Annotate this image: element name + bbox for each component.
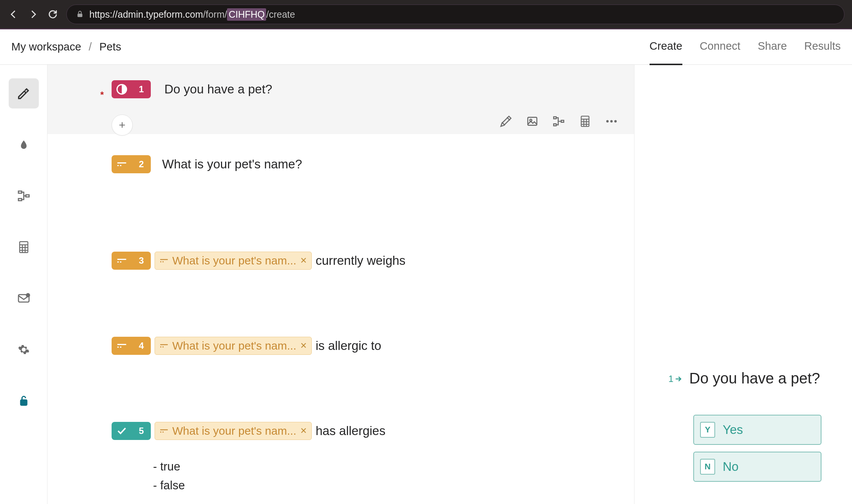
recall-pill[interactable]: What is your pet's nam... ✕ bbox=[155, 337, 312, 355]
browser-chrome: https://admin.typeform.com/form/CIHFHQ/c… bbox=[0, 0, 852, 29]
recall-remove-icon[interactable]: ✕ bbox=[300, 426, 307, 436]
required-indicator: * bbox=[100, 90, 104, 100]
rail-settings-button[interactable] bbox=[9, 334, 39, 365]
url-bar[interactable]: https://admin.typeform.com/form/CIHFHQ/c… bbox=[66, 5, 844, 24]
question-after-text[interactable]: currently weighs bbox=[316, 254, 405, 268]
preview-question: 1 Do you have a pet? bbox=[668, 370, 833, 387]
question-number: 3 bbox=[132, 255, 151, 266]
rail-logic-button[interactable] bbox=[9, 181, 39, 211]
more-tool-icon[interactable] bbox=[605, 115, 618, 128]
logic-tool-icon[interactable] bbox=[552, 115, 565, 128]
tab-connect[interactable]: Connect bbox=[700, 40, 740, 65]
settings-tool-icon[interactable] bbox=[499, 115, 513, 128]
question-title[interactable]: Do you have a pet? bbox=[164, 82, 272, 96]
forward-button[interactable] bbox=[27, 8, 39, 20]
preview-question-number: 1 bbox=[668, 374, 682, 384]
svg-rect-2 bbox=[18, 199, 21, 201]
question-number: 5 bbox=[132, 426, 151, 436]
question-badge-1: 1 bbox=[112, 80, 151, 98]
question-card-3[interactable]: 3 What is your pet's nam... ✕ currently … bbox=[48, 191, 634, 288]
option-item: true bbox=[149, 457, 619, 476]
main: 1 Do you have a pet? + * 2 What is bbox=[0, 65, 852, 504]
header-tabs: Create Connect Share Results bbox=[650, 40, 841, 54]
question-after-text[interactable]: is allergic to bbox=[316, 339, 381, 353]
side-rail bbox=[0, 65, 48, 504]
rail-content-button[interactable] bbox=[9, 78, 39, 108]
recall-remove-icon[interactable]: ✕ bbox=[300, 341, 307, 351]
tab-share[interactable]: Share bbox=[758, 40, 787, 65]
svg-rect-12 bbox=[20, 400, 26, 405]
svg-rect-1 bbox=[18, 191, 21, 193]
rail-calculator-button[interactable] bbox=[9, 232, 39, 262]
tab-create[interactable]: Create bbox=[650, 40, 682, 65]
questions-panel: 1 Do you have a pet? + * 2 What is bbox=[48, 65, 634, 504]
breadcrumb-form[interactable]: Pets bbox=[99, 41, 121, 53]
option-item: false bbox=[149, 476, 619, 495]
question-badge-4: 4 bbox=[112, 337, 151, 355]
breadcrumb-separator: / bbox=[89, 41, 92, 53]
image-tool-icon[interactable] bbox=[526, 115, 539, 128]
preview-option-yes[interactable]: Y Yes bbox=[693, 415, 821, 445]
app-header: My workspace / Pets Create Connect Share… bbox=[0, 29, 852, 65]
question-card-1[interactable]: 1 Do you have a pet? + bbox=[48, 65, 634, 134]
question-number: 4 bbox=[132, 341, 151, 351]
svg-rect-18 bbox=[561, 120, 564, 122]
preview-panel: 1 Do you have a pet? Y Yes N No bbox=[634, 65, 852, 504]
question-card-5[interactable]: 5 What is your pet's nam... ✕ has allerg… bbox=[48, 373, 634, 504]
breadcrumb: My workspace / Pets bbox=[11, 41, 121, 53]
recall-pill[interactable]: What is your pet's nam... ✕ bbox=[155, 422, 312, 440]
short-text-icon bbox=[112, 258, 132, 264]
svg-rect-16 bbox=[554, 117, 556, 119]
calculator-tool-icon[interactable] bbox=[578, 115, 592, 128]
question-number: 2 bbox=[132, 159, 151, 170]
svg-rect-14 bbox=[528, 117, 537, 125]
reload-button[interactable] bbox=[47, 8, 59, 20]
question-card-2[interactable]: * 2 What is your pet's name? bbox=[48, 134, 634, 191]
option-label: Yes bbox=[723, 423, 743, 437]
rail-access-button[interactable] bbox=[9, 386, 39, 416]
tab-results[interactable]: Results bbox=[804, 40, 841, 65]
svg-point-11 bbox=[26, 293, 29, 296]
question-toolbar bbox=[499, 115, 618, 128]
preview-question-title: Do you have a pet? bbox=[689, 370, 820, 387]
recall-label: What is your pet's nam... bbox=[172, 425, 296, 437]
svg-rect-0 bbox=[78, 14, 83, 17]
svg-rect-17 bbox=[554, 124, 556, 126]
question-badge-3: 3 bbox=[112, 252, 151, 270]
check-icon bbox=[112, 427, 132, 435]
option-key: N bbox=[700, 459, 715, 475]
preview-options: Y Yes N No bbox=[693, 415, 833, 482]
preview-option-no[interactable]: N No bbox=[693, 452, 821, 482]
recall-label: What is your pet's nam... bbox=[172, 339, 296, 352]
svg-point-25 bbox=[606, 120, 608, 122]
add-question-button[interactable]: + bbox=[112, 115, 133, 136]
question-badge-5: 5 bbox=[112, 422, 151, 440]
question-badge-2: 2 bbox=[112, 155, 151, 173]
short-text-icon bbox=[112, 343, 132, 349]
svg-point-26 bbox=[610, 120, 613, 122]
question-number: 1 bbox=[132, 84, 151, 95]
options-list: true false bbox=[149, 457, 619, 495]
lock-icon bbox=[76, 10, 84, 18]
svg-point-27 bbox=[614, 120, 616, 122]
rail-followups-button[interactable] bbox=[9, 283, 39, 313]
rail-design-button[interactable] bbox=[9, 130, 39, 160]
question-title[interactable]: What is your pet's name? bbox=[162, 157, 302, 171]
breadcrumb-workspace[interactable]: My workspace bbox=[11, 41, 81, 53]
url-text: https://admin.typeform.com/form/CIHFHQ/c… bbox=[89, 8, 295, 21]
question-after-text[interactable]: has allergies bbox=[316, 424, 385, 438]
question-card-4[interactable]: 4 What is your pet's nam... ✕ is allergi… bbox=[48, 288, 634, 373]
recall-label: What is your pet's nam... bbox=[172, 254, 296, 267]
recall-remove-icon[interactable]: ✕ bbox=[300, 256, 307, 266]
option-label: No bbox=[723, 460, 739, 474]
option-key: Y bbox=[700, 422, 715, 438]
yesno-icon bbox=[112, 84, 132, 95]
svg-rect-3 bbox=[26, 195, 29, 197]
recall-pill[interactable]: What is your pet's nam... ✕ bbox=[155, 252, 312, 270]
back-button[interactable] bbox=[8, 8, 20, 20]
short-text-icon bbox=[112, 161, 132, 167]
